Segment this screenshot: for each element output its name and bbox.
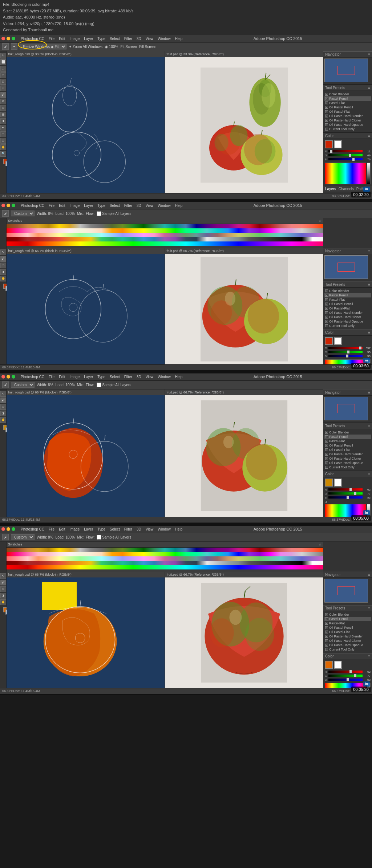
r-slider-2[interactable] bbox=[328, 347, 363, 349]
selection-tool[interactable]: ⬜ bbox=[0, 59, 6, 65]
close-4[interactable] bbox=[1, 527, 5, 531]
p-pastel-pencil-2[interactable]: ✓Pastel Pencil bbox=[324, 293, 371, 297]
menu-photoshopcc-2[interactable]: Photoshop CC bbox=[19, 204, 46, 208]
brush-tool-icon-1[interactable]: 🖌 bbox=[2, 43, 9, 50]
pen-tool[interactable]: ✒ bbox=[0, 125, 6, 131]
fit-screen-1[interactable]: ◉ 100% bbox=[105, 45, 118, 49]
bg-swatch-4[interactable] bbox=[334, 661, 342, 669]
eyedropper-icon-1[interactable]: ✦ bbox=[11, 43, 17, 50]
color-header-1[interactable]: Color ≡ bbox=[323, 133, 372, 139]
menu-filter-1[interactable]: Filter bbox=[122, 37, 134, 41]
menu-help-2[interactable]: Help bbox=[173, 204, 185, 208]
custom-dropdown-2[interactable]: Custom bbox=[11, 211, 35, 216]
canvas-right-1[interactable]: fruit.psd @ 33.3% (Reference, RGB/8*) bbox=[165, 51, 323, 193]
close-button-1[interactable] bbox=[1, 37, 5, 40]
preset-current-tool[interactable]: Current Tool Only bbox=[324, 127, 371, 131]
max-4[interactable] bbox=[12, 527, 15, 531]
fg-swatch-3[interactable] bbox=[325, 479, 333, 487]
menu-edit-2[interactable]: Edit bbox=[57, 204, 67, 208]
eraser-tool[interactable]: ⬭ bbox=[0, 105, 6, 111]
navigator-header-2[interactable]: Navigator ≡ bbox=[323, 248, 372, 254]
b-slider-2[interactable] bbox=[328, 355, 363, 357]
brush-icon-2[interactable]: 🖌 bbox=[2, 210, 9, 217]
bg-swatch-3[interactable] bbox=[334, 479, 342, 487]
gradient-tool[interactable]: ▦ bbox=[0, 112, 6, 117]
preset-oil-pencil[interactable]: ✓ Oil Pastel Pencil bbox=[324, 105, 371, 109]
move-tool[interactable]: ↖ bbox=[0, 53, 6, 59]
move-tool-2[interactable]: ↖ bbox=[0, 249, 6, 255]
menu-type-2[interactable]: Type bbox=[96, 204, 107, 208]
lasso-tool[interactable]: ◌ bbox=[0, 66, 6, 72]
menu-select-2[interactable]: Select bbox=[108, 204, 122, 208]
color-header-2[interactable]: Color ≡ bbox=[323, 329, 372, 336]
brightness-bar-1[interactable] bbox=[367, 163, 371, 184]
dodge-tool-2[interactable]: ◑ bbox=[0, 269, 6, 275]
r-slider-1[interactable] bbox=[328, 150, 363, 152]
clone-tool[interactable]: ⊕ bbox=[0, 99, 6, 104]
custom-dropdown-3[interactable]: Custom bbox=[11, 382, 35, 388]
menu-view-1[interactable]: View bbox=[144, 37, 155, 41]
close-button-2[interactable] bbox=[1, 204, 5, 207]
b-slider-1[interactable] bbox=[328, 158, 363, 160]
minimize-button-1[interactable] bbox=[7, 37, 10, 40]
menu-file-2[interactable]: File bbox=[47, 204, 56, 208]
menu-view-2[interactable]: View bbox=[144, 204, 155, 208]
shape-tool[interactable]: ◻ bbox=[0, 138, 6, 144]
menu-window-2[interactable]: Window bbox=[156, 204, 173, 208]
canvas-right-3[interactable]: fruit.psd @ 66.7% (Reference, RGB/8*) bbox=[165, 389, 323, 517]
p-oil-hard-blender-2[interactable]: ✓Oil Paste-Hard Blender bbox=[324, 311, 371, 315]
max-3[interactable] bbox=[12, 375, 15, 379]
p-oil-hard-cloner-2[interactable]: ✓Oil Paste-Hard Cloner bbox=[324, 315, 371, 319]
preset-oil-hard-cloner[interactable]: ✓ Oil Paste-Hard Cloner bbox=[324, 118, 371, 123]
p-oil-pencil-2[interactable]: ✓Oil Pastel Pencil bbox=[324, 302, 371, 306]
fg-swatch-2[interactable] bbox=[325, 337, 333, 345]
zoom-tool[interactable]: 🔍 bbox=[0, 151, 6, 157]
maximize-button-2[interactable] bbox=[12, 204, 15, 207]
brush-tool-2[interactable]: 🖌 bbox=[0, 256, 6, 262]
brush-preset-dropdown-1[interactable]: Resize Windows ◆ Fit bbox=[20, 44, 66, 49]
menu-window-1[interactable]: Window bbox=[156, 37, 173, 41]
brush-icon-3[interactable]: 🖌 bbox=[2, 381, 9, 388]
canvas-left-1[interactable]: fruit_rough.psd @ 33.3% (block-in, RGB/8… bbox=[7, 51, 165, 193]
canvas-left-3[interactable]: fruit_rough.psd @ 66.7% (block-in, RGB/8… bbox=[7, 389, 165, 517]
tool-presets-header-1[interactable]: Tool Presets ≡ bbox=[323, 85, 372, 91]
eyedropper-tool[interactable]: ✒ bbox=[0, 85, 6, 91]
close-3[interactable] bbox=[1, 375, 5, 379]
fill-screen2-1[interactable]: Fill Screen bbox=[139, 45, 156, 49]
canvas-right-4[interactable]: fruit.psd @ 66.7% (Reference, RGB/8*) bbox=[165, 572, 323, 688]
eraser-tool-2[interactable]: ⬭ bbox=[0, 263, 6, 268]
menu-image-1[interactable]: Image bbox=[68, 37, 81, 41]
bg-swatch-2[interactable] bbox=[334, 337, 342, 345]
fg-swatch-4[interactable] bbox=[325, 661, 333, 669]
brush-tool[interactable]: 🖌 bbox=[0, 92, 6, 98]
navigator-header-1[interactable]: Navigator ≡ bbox=[323, 51, 372, 57]
menu-edit-1[interactable]: Edit bbox=[57, 37, 67, 41]
swatch-grid-4[interactable] bbox=[7, 548, 323, 572]
hue-spectrum-1[interactable] bbox=[325, 163, 366, 184]
hand-tool-2[interactable]: ✋ bbox=[0, 276, 6, 281]
p-pastel-flat-2[interactable]: ✓Pastel-Flat bbox=[324, 297, 371, 302]
preset-pastel-pencil[interactable]: ✓ Pastel Pencil bbox=[324, 96, 371, 101]
text-tool[interactable]: T bbox=[0, 131, 6, 137]
menu-photoshopcc-1[interactable]: Photoshop CC bbox=[19, 37, 46, 41]
g-slider-1[interactable] bbox=[328, 154, 363, 156]
zoom-all-windows-1[interactable]: ✦ Zoom All Windows bbox=[69, 45, 102, 49]
canvas-left-4[interactable]: fruit_rough.psd @ 66.7% (block-in, RGB/8… bbox=[7, 572, 165, 688]
min-3[interactable] bbox=[7, 375, 10, 379]
menu-layer-1[interactable]: Layer bbox=[82, 37, 95, 41]
min-4[interactable] bbox=[7, 527, 10, 531]
maximize-button-1[interactable] bbox=[12, 37, 15, 40]
menu-filter-2[interactable]: Filter bbox=[122, 204, 134, 208]
p-oil-hard-opaque-2[interactable]: ✓Oil Paste-Hard Opaque bbox=[324, 319, 371, 324]
p-color-blender-2[interactable]: ✓Color Blender bbox=[324, 289, 371, 293]
hue-spectrum-3[interactable] bbox=[325, 504, 366, 517]
dodge-tool[interactable]: ◑ bbox=[0, 118, 6, 124]
p-oil-flat-2[interactable]: ✓Oil Pastel-Flat bbox=[324, 306, 371, 311]
menu-help-1[interactable]: Help bbox=[173, 37, 185, 41]
menu-layer-2[interactable]: Layer bbox=[82, 204, 95, 208]
brush-icon-4[interactable]: 🖌 bbox=[2, 534, 9, 540]
menu-3d-2[interactable]: 3D bbox=[135, 204, 143, 208]
menu-select-1[interactable]: Select bbox=[108, 37, 122, 41]
canvas-left-2[interactable]: fruit_rough.psd @ 66.7% (block-in, RGB/8… bbox=[7, 248, 165, 364]
sample-all-layers-2[interactable]: Sample All Layers bbox=[97, 211, 131, 216]
